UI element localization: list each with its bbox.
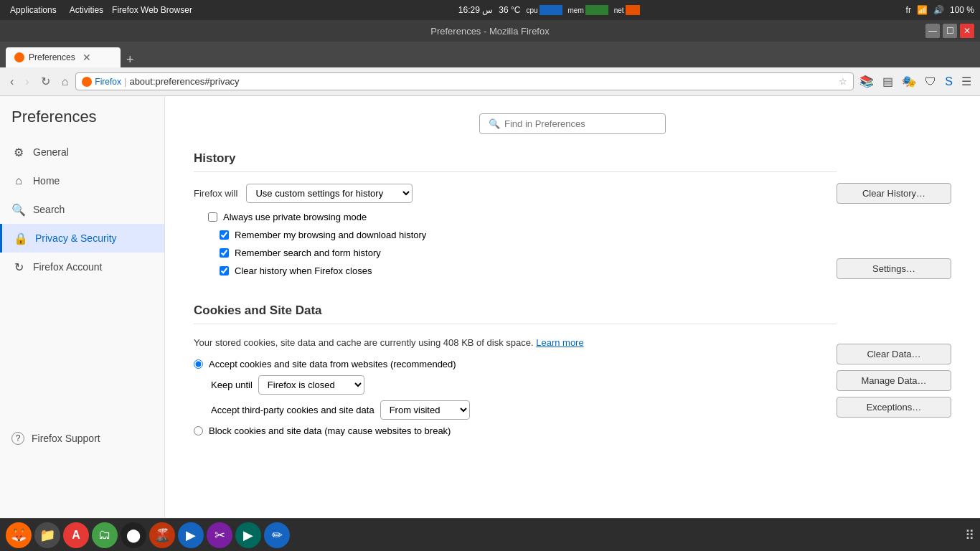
taskbar: 🦊 📁 A 🗂 ⬤ 🌋 ▶ ✂ ▶ ✏ ⠿ (0, 518, 980, 551)
firefox-will-row: Firefox will Use custom settings for his… (194, 184, 837, 203)
nav-bar: ‹ › ↻ ⌂ Firefox | ☆ 📚 ▤ 🎭 🛡 S ☰ (0, 67, 980, 96)
bookmark-star-icon[interactable]: ☆ (839, 76, 847, 87)
browser-label: Firefox Web Browser (112, 5, 192, 15)
system-bar-right: fr 📶 🔊 100 % (906, 5, 974, 15)
system-bar: Applications Activities Firefox Web Brow… (0, 0, 980, 20)
block-cookies-radio[interactable] (194, 426, 203, 435)
menu-icon[interactable]: ☰ (958, 73, 974, 90)
taskbar-obs[interactable]: ⬤ (121, 522, 146, 548)
manage-data-button[interactable]: Manage Data… (837, 370, 951, 391)
cookies-right: Clear Data… Manage Data… Exceptions… (837, 303, 951, 418)
private-browsing-checkbox[interactable] (208, 212, 217, 222)
sidebar-search-label: Search (33, 204, 65, 215)
applications-menu[interactable]: Applications (6, 4, 61, 17)
mem-bar-visual (585, 5, 608, 15)
lang-indicator: fr (906, 5, 911, 15)
block-cookies-row: Block cookies and site data (may cause w… (194, 425, 837, 436)
url-bar[interactable]: Firefox | ☆ (75, 72, 854, 90)
system-bar-center: 16:29 س 36 °C cpu mem net (458, 5, 640, 15)
browsing-history-checkbox[interactable] (220, 230, 229, 240)
taskbar-screenmanager[interactable]: 🗂 (92, 522, 118, 548)
minimize-button[interactable]: — (925, 24, 940, 38)
taskbar-firefox[interactable]: 🦊 (6, 522, 32, 548)
search-icon: 🔍 (11, 202, 26, 217)
sidebar-footer-spacer: ? Firefox Support (0, 281, 164, 452)
search-history-checkbox[interactable] (220, 248, 229, 258)
sidebar: Preferences ⚙ General ⌂ Home 🔍 Search 🔒 … (0, 96, 165, 518)
new-tab-button[interactable]: + (121, 52, 140, 67)
clock: 16:29 س (458, 5, 493, 15)
cpu-bar-visual (540, 5, 562, 15)
accept-cookies-label: Accept cookies and site data from websit… (209, 359, 456, 369)
sidebar-item-general[interactable]: ⚙ General (0, 138, 164, 166)
history-left: History Firefox will Use custom settings… (194, 151, 837, 283)
search-history-label: Remember search and form history (235, 248, 381, 258)
gear-icon: ⚙ (11, 145, 26, 159)
exceptions-button[interactable]: Exceptions… (837, 397, 951, 418)
home-icon: ⌂ (11, 174, 26, 188)
window-title: Preferences - Mozilla Firefox (430, 26, 549, 37)
taskbar-screenshot[interactable]: ✂ (207, 522, 232, 548)
toolbar-icons: 📚 ▤ 🎭 🛡 S ☰ (857, 73, 974, 90)
sidebar-item-support[interactable]: ? Firefox Support (0, 425, 164, 452)
tab-favicon (14, 52, 24, 62)
taskbar-files[interactable]: 📁 (34, 522, 60, 548)
keep-until-row: Keep until Firefox is closed They expire… (194, 375, 837, 395)
clear-history-button[interactable]: Clear History… (837, 183, 951, 204)
find-in-preferences-input[interactable] (504, 118, 656, 129)
sidebar-item-account[interactable]: ↻ Firefox Account (0, 253, 164, 281)
cookies-description: Your stored cookies, site data and cache… (194, 336, 837, 350)
sidebar-item-home[interactable]: ⌂ Home (0, 166, 164, 195)
search-mag-icon: 🔍 (489, 118, 500, 129)
shield-icon[interactable]: 🛡 (922, 74, 939, 90)
clear-history-label: Clear history when Firefox closes (235, 265, 372, 276)
private-mode-row: Always use private browsing mode (194, 212, 837, 222)
skype-icon[interactable]: S (942, 74, 956, 90)
keep-until-dropdown[interactable]: Firefox is closed They expire I close Fi… (258, 375, 364, 395)
reload-button[interactable]: ↻ (37, 72, 55, 91)
keep-until-label: Keep until (211, 380, 253, 390)
back-button[interactable]: ‹ (6, 72, 18, 91)
sidebar-item-search[interactable]: 🔍 Search (0, 195, 164, 224)
home-button[interactable]: ⌂ (57, 72, 73, 91)
window-controls: — ☐ ✕ (925, 24, 974, 38)
maximize-button[interactable]: ☐ (943, 24, 957, 38)
clear-history-checkbox[interactable] (220, 266, 229, 276)
taskbar-text-editor[interactable]: A (63, 522, 89, 548)
taskbar-app1[interactable]: 🌋 (149, 522, 175, 548)
third-party-dropdown[interactable]: From visited Always Never (380, 400, 470, 420)
tab-close-button[interactable]: ✕ (83, 52, 91, 63)
activities-label: Activities (70, 5, 103, 15)
title-bar: Preferences - Mozilla Firefox — ☐ ✕ (0, 20, 980, 42)
browsing-history-label: Remember my browsing and download histor… (235, 230, 426, 240)
history-settings-button[interactable]: Settings… (837, 258, 951, 279)
sidebar-toggle-icon[interactable]: ▤ (880, 73, 896, 90)
forward-button[interactable]: › (21, 72, 33, 91)
sidebar-home-label: Home (33, 175, 60, 187)
history-dropdown[interactable]: Use custom settings for history Remember… (246, 184, 413, 203)
taskbar-app3[interactable]: ▶ (235, 522, 261, 548)
tab-preferences[interactable]: Preferences ✕ (6, 47, 121, 67)
taskbar-code-editor[interactable]: ✏ (264, 522, 290, 548)
container-icon[interactable]: 🎭 (899, 73, 919, 90)
learn-more-link[interactable]: Learn more (536, 337, 583, 348)
library-icon[interactable]: 📚 (857, 73, 877, 90)
sidebar-general-label: General (33, 146, 69, 158)
accept-cookies-radio[interactable] (194, 359, 203, 369)
url-favicon-icon (82, 77, 92, 87)
cookies-desc-text: Your stored cookies, site data and cache… (194, 337, 534, 348)
sidebar-title: Preferences (0, 108, 164, 138)
close-button[interactable]: ✕ (960, 24, 974, 38)
taskbar-app2[interactable]: ▶ (178, 522, 204, 548)
sidebar-item-privacy[interactable]: 🔒 Privacy & Security (0, 224, 164, 253)
taskbar-apps-grid[interactable]: ⠿ (965, 527, 974, 543)
wifi-icon: 📶 (917, 5, 928, 15)
url-input[interactable] (129, 76, 836, 87)
cpu-indicator: cpu (526, 5, 562, 15)
third-party-label: Accept third-party cookies and site data (211, 405, 374, 415)
firefox-will-label: Firefox will (194, 188, 237, 199)
net-indicator: net (614, 5, 640, 15)
clear-data-button[interactable]: Clear Data… (837, 344, 951, 364)
browsing-history-row: Remember my browsing and download histor… (194, 230, 837, 240)
search-bar[interactable]: 🔍 (479, 113, 666, 134)
